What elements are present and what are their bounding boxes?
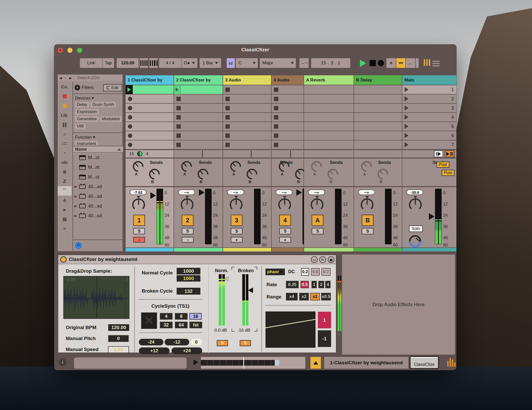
track-activator[interactable]: 2 bbox=[182, 215, 194, 226]
scene-play-icon[interactable] bbox=[405, 87, 408, 92]
solo-button[interactable]: S bbox=[362, 228, 373, 234]
clip-stop-icon[interactable] bbox=[274, 97, 278, 101]
clip-stop-icon[interactable] bbox=[176, 143, 181, 147]
clip-stop-icon[interactable] bbox=[176, 124, 181, 129]
track-header[interactable]: 3 Audio bbox=[223, 75, 272, 85]
send-b-knob[interactable] bbox=[325, 166, 340, 182]
scene-play-icon[interactable] bbox=[405, 124, 408, 129]
send-a-knob[interactable] bbox=[179, 159, 194, 174]
scene-play-icon[interactable] bbox=[405, 115, 408, 120]
empty-slot-record-icon[interactable] bbox=[128, 106, 132, 110]
cyclesync-toggle[interactable]: ✕ bbox=[141, 312, 157, 329]
forward-icon[interactable]: ▶ bbox=[69, 76, 72, 80]
audio-effects-icon[interactable]: ıılıı bbox=[58, 158, 71, 167]
normal-cycle-field[interactable]: 1000 bbox=[177, 268, 200, 274]
send-b-knob[interactable] bbox=[375, 166, 390, 182]
clip-slot[interactable] bbox=[304, 131, 354, 140]
clip-overview-strip[interactable] bbox=[201, 357, 305, 369]
broken-fader-handle[interactable] bbox=[248, 287, 253, 293]
output-meter-icon[interactable] bbox=[447, 358, 455, 367]
collections-label[interactable]: Co. bbox=[58, 82, 71, 92]
rangebtns-x1[interactable]: x1 bbox=[310, 293, 320, 300]
clip-slot[interactable] bbox=[272, 113, 304, 122]
pitchbtns-0[interactable]: 0 bbox=[190, 339, 202, 345]
edit-filters-button[interactable]: Edit bbox=[103, 84, 122, 91]
send-a-knob[interactable] bbox=[309, 159, 324, 174]
clip-stop-icon[interactable] bbox=[176, 134, 181, 138]
list-item[interactable]: M...ct bbox=[73, 153, 123, 162]
track-activator[interactable]: 3 bbox=[231, 215, 243, 226]
arm-button[interactable]: ● bbox=[279, 237, 291, 243]
filter-tag[interactable]: Delay bbox=[75, 102, 89, 107]
ratebtns-0.25[interactable]: 0.25 bbox=[286, 281, 299, 288]
solo-button[interactable]: S bbox=[279, 228, 291, 234]
save-icon[interactable]: ▣ bbox=[328, 256, 334, 263]
clip-slot[interactable] bbox=[126, 131, 174, 140]
clip-stop-icon[interactable] bbox=[274, 88, 278, 92]
clip-slot[interactable] bbox=[126, 104, 174, 113]
clip-stop-icon[interactable] bbox=[176, 97, 181, 101]
back-icon[interactable]: ◀ bbox=[59, 76, 62, 80]
scene-play-icon[interactable] bbox=[405, 96, 408, 101]
record-button[interactable] bbox=[378, 60, 384, 66]
filters-collapse-icon[interactable]: ▼ bbox=[75, 85, 80, 90]
volume-fader-handle[interactable] bbox=[429, 213, 434, 220]
clip-stop-icon[interactable] bbox=[225, 88, 230, 92]
clip-stop-icon[interactable] bbox=[274, 134, 278, 138]
list-item[interactable]: M...nt bbox=[73, 162, 123, 172]
list-item[interactable]: ▶40...xd bbox=[73, 211, 123, 221]
modulators-icon[interactable]: ℤ bbox=[58, 177, 71, 186]
empty-slot-record-icon[interactable] bbox=[128, 134, 132, 138]
empty-slot-record-icon[interactable] bbox=[128, 115, 132, 119]
original-bpm-field[interactable]: 120.00 bbox=[108, 324, 129, 331]
track-header[interactable]: 2 ClassiCfizer by bbox=[174, 75, 223, 85]
empty-slot-record-icon[interactable] bbox=[128, 143, 132, 147]
clip-slot[interactable] bbox=[126, 94, 174, 103]
playing-clip-icon[interactable] bbox=[126, 85, 133, 94]
ratebtns-2[interactable]: 2 bbox=[318, 281, 324, 288]
back-to-arrangement-button[interactable] bbox=[434, 150, 443, 157]
play-button[interactable] bbox=[360, 60, 366, 67]
capture-midi-button[interactable] bbox=[416, 58, 419, 68]
re-enable-automation-button[interactable]: ← bbox=[406, 58, 415, 68]
syncbtns-8[interactable]: 8 bbox=[175, 313, 188, 320]
clip-slot[interactable] bbox=[354, 131, 402, 140]
clip-slot[interactable] bbox=[354, 122, 402, 131]
ratebtns-1[interactable]: 1 bbox=[311, 281, 317, 288]
filter-tag[interactable]: Drum Synth bbox=[91, 102, 116, 107]
clip-slot[interactable] bbox=[174, 85, 223, 94]
map-mode-icon[interactable]: ▭ bbox=[311, 256, 318, 263]
send-a-knob[interactable] bbox=[228, 159, 243, 174]
info-icon[interactable]: i bbox=[59, 358, 66, 366]
device-thumbnail[interactable]: ClassiCfize bbox=[409, 356, 439, 369]
pan-knob[interactable] bbox=[132, 198, 145, 211]
grooves-icon[interactable]: ≈ bbox=[58, 224, 71, 233]
clip-slot[interactable] bbox=[174, 122, 223, 131]
mixer-icon[interactable]: ≣ bbox=[58, 167, 71, 177]
clip-slot[interactable]: 1 bbox=[402, 85, 456, 94]
library-label[interactable]: Lib. bbox=[58, 111, 71, 120]
clip-stop-icon[interactable] bbox=[274, 115, 278, 119]
clip-play-icon[interactable] bbox=[194, 359, 198, 365]
expand-icon[interactable]: ▶ bbox=[75, 185, 79, 188]
clip-stop-icon[interactable] bbox=[274, 124, 278, 129]
track-header[interactable]: B Delay bbox=[354, 75, 402, 85]
show-device-chain-button[interactable] bbox=[310, 357, 321, 369]
solo-button[interactable]: S bbox=[182, 228, 194, 234]
track-activator[interactable]: 1 bbox=[133, 215, 145, 226]
pitchbtns-+12[interactable]: +12 bbox=[139, 347, 170, 354]
clip-slot[interactable] bbox=[223, 140, 272, 149]
plugins-icon[interactable]: ⫛ bbox=[58, 196, 71, 205]
filter-tag[interactable]: Utili bbox=[75, 123, 86, 129]
scene-play-icon[interactable] bbox=[405, 142, 408, 147]
send-b-post-button[interactable]: Post bbox=[442, 170, 454, 176]
clip-stop-icon[interactable] bbox=[225, 143, 230, 147]
clip-slot[interactable] bbox=[223, 94, 272, 103]
send-b-knob[interactable] bbox=[195, 166, 210, 182]
clip-slot[interactable] bbox=[174, 113, 223, 122]
clip-slot[interactable] bbox=[304, 113, 354, 122]
menu-icon[interactable] bbox=[432, 61, 440, 66]
clip-slot[interactable] bbox=[272, 131, 304, 140]
search-input[interactable]: Search (Cm‹ bbox=[75, 75, 123, 81]
volume-fader-handle[interactable] bbox=[296, 189, 302, 196]
